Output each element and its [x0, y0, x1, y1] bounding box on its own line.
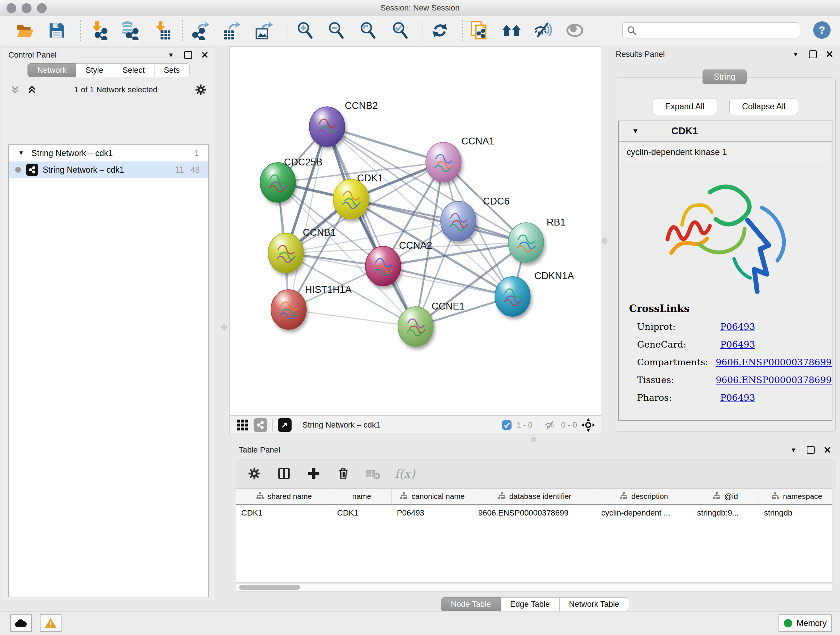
column-header-canonical-name[interactable]: canonical name: [392, 489, 473, 504]
network-row[interactable]: String Network – cdk1 11 48: [9, 162, 208, 178]
window-minimize-button[interactable]: [22, 3, 32, 13]
control-panel-float-button[interactable]: [184, 51, 192, 59]
results-panel-close-button[interactable]: ✕: [826, 49, 834, 60]
table-cell[interactable]: CDK1: [332, 508, 392, 518]
export-table-button[interactable]: [222, 21, 241, 40]
table-panel-menu-button[interactable]: ▼: [790, 447, 797, 454]
tab-network[interactable]: Network: [27, 63, 76, 77]
network-edge[interactable]: [327, 127, 416, 326]
column-header--id[interactable]: @id: [692, 489, 759, 504]
zoom-out-button[interactable]: [326, 21, 346, 40]
help-button[interactable]: ?: [813, 21, 831, 39]
column-header-name[interactable]: name: [332, 489, 392, 504]
network-node-cdc25b[interactable]: CDC25B: [260, 157, 323, 203]
tab-sets[interactable]: Sets: [155, 63, 189, 77]
crosslink-link[interactable]: P06493: [720, 321, 755, 332]
birds-eye-view-icon[interactable]: [235, 418, 249, 432]
network-edge[interactable]: [289, 310, 416, 326]
table-cell[interactable]: P06493: [392, 508, 473, 518]
string-network-graph[interactable]: CCNB2CCNA1CDC25BCDK1CDC6RB1CCNB1CCNA2CDK…: [230, 47, 602, 416]
zoom-selected-button[interactable]: [390, 21, 410, 40]
window-zoom-button[interactable]: [37, 3, 47, 13]
network-node-hist1h1a[interactable]: HIST1H1A: [271, 284, 352, 329]
table-panel-close-button[interactable]: ✕: [823, 445, 831, 456]
network-edge[interactable]: [327, 127, 444, 162]
network-node-ccna1[interactable]: CCNA1: [426, 136, 494, 182]
tab-string[interactable]: String: [703, 70, 747, 84]
import-table-file-button[interactable]: [153, 21, 172, 40]
network-node-cdkn1a[interactable]: CDKN1A: [495, 271, 574, 317]
warnings-button[interactable]: [40, 614, 62, 632]
table-cell[interactable]: stringdb: [759, 508, 832, 518]
open-in-window-icon[interactable]: [278, 418, 292, 432]
column-header-description[interactable]: description: [596, 489, 692, 504]
tab-edge-table[interactable]: Edge Table: [501, 597, 560, 611]
control-panel-menu-button[interactable]: ▼: [167, 51, 174, 59]
open-file-button[interactable]: [15, 21, 35, 40]
entry-expander-icon[interactable]: ▼: [632, 127, 639, 135]
hidden-eye-icon[interactable]: [543, 418, 557, 432]
tab-style[interactable]: Style: [76, 63, 113, 77]
table-horizontal-scrollbar[interactable]: [236, 584, 832, 592]
network-canvas[interactable]: CCNB2CCNA1CDC25BCDK1CDC6RB1CCNB1CCNA2CDK…: [229, 46, 601, 416]
expand-all-icon[interactable]: [27, 84, 37, 95]
table-panel-float-button[interactable]: [807, 446, 815, 454]
collapse-all-button[interactable]: Collapse All: [729, 98, 798, 115]
export-image-button[interactable]: [254, 21, 273, 40]
network-edge[interactable]: [289, 127, 327, 310]
network-node-ccnb1[interactable]: CCNB1: [268, 227, 336, 273]
fit-content-crosshair-icon[interactable]: [581, 418, 595, 432]
table-cell[interactable]: 9606.ENSP00000378699: [473, 508, 596, 518]
left-splitter-handle[interactable]: [221, 325, 227, 330]
zoom-fit-button[interactable]: [358, 21, 378, 40]
node-attribute-table[interactable]: shared namenamecanonical namedatabase id…: [236, 488, 832, 583]
column-header-namespace[interactable]: namespace: [759, 489, 832, 504]
network-node-cdk1[interactable]: CDK1: [333, 173, 383, 219]
table-cell[interactable]: cyclin-dependent ...: [596, 508, 692, 518]
node-details-scroll-area[interactable]: ▼ CDK1 cyclin-dependent kinase 1: [618, 120, 832, 421]
table-options-gear-icon[interactable]: [246, 466, 262, 481]
table-cell[interactable]: stringdb:9...: [692, 508, 759, 518]
delete-table-icon[interactable]: [365, 466, 381, 481]
network-collection-row[interactable]: ▼ String Network – cdk1 1: [9, 145, 208, 162]
node-entry-header[interactable]: ▼ CDK1: [619, 121, 832, 141]
collapse-all-icon[interactable]: [10, 84, 21, 95]
results-panel-float-button[interactable]: [809, 50, 817, 58]
delete-column-trash-icon[interactable]: [335, 466, 351, 481]
first-neighbors-button[interactable]: [502, 21, 521, 40]
results-panel-menu-button[interactable]: ▼: [792, 51, 799, 58]
zoom-in-button[interactable]: [295, 21, 315, 40]
table-row[interactable]: CDK1CDK1P064939606.ENSP00000378699cyclin…: [236, 505, 832, 521]
column-header-shared-name[interactable]: shared name: [236, 489, 332, 504]
show-all-button[interactable]: [565, 21, 584, 40]
apply-style-refresh-button[interactable]: [430, 21, 450, 40]
selected-checkbox-icon[interactable]: [501, 418, 512, 432]
network-search-box[interactable]: [622, 22, 800, 38]
collection-expander-icon[interactable]: ▼: [18, 149, 24, 157]
network-options-gear-icon[interactable]: [194, 83, 207, 96]
crosslink-link[interactable]: 9606.ENSP00000378699: [715, 375, 832, 385]
cloud-status-button[interactable]: [10, 614, 32, 632]
memory-button[interactable]: Memory: [778, 614, 832, 632]
hide-selected-button[interactable]: [534, 21, 553, 40]
crosslink-link[interactable]: P06493: [720, 393, 755, 403]
show-columns-icon[interactable]: [276, 466, 292, 481]
right-splitter-handle[interactable]: [602, 238, 607, 244]
column-header-database-identifier[interactable]: database identifier: [473, 489, 596, 504]
clone-network-button[interactable]: [470, 21, 489, 40]
tab-network-table[interactable]: Network Table: [560, 597, 629, 611]
table-cell[interactable]: CDK1: [236, 508, 332, 518]
export-network-button[interactable]: [191, 21, 210, 40]
search-input[interactable]: [639, 26, 800, 35]
import-network-file-button[interactable]: [89, 21, 109, 40]
control-panel-close-button[interactable]: ✕: [201, 50, 209, 61]
apply-function-fx-button[interactable]: f(x): [395, 467, 415, 481]
create-column-plus-icon[interactable]: [306, 466, 322, 481]
import-network-database-button[interactable]: [120, 21, 139, 40]
tab-node-table[interactable]: Node Table: [441, 597, 501, 611]
string-network-badge-icon[interactable]: [254, 418, 267, 432]
scrollbar-thumb[interactable]: [239, 585, 300, 590]
horizontal-splitter-handle[interactable]: [531, 437, 536, 442]
expand-all-button[interactable]: Expand All: [653, 98, 717, 115]
tab-select[interactable]: Select: [113, 63, 155, 77]
